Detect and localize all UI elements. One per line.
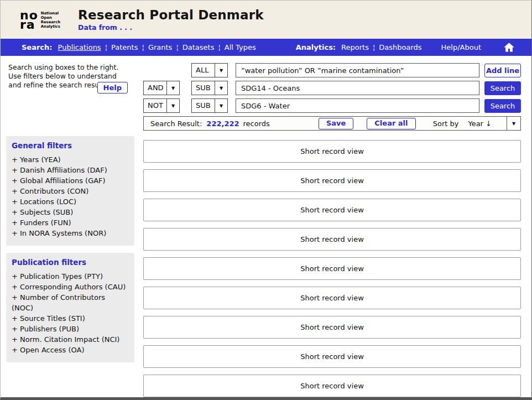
records-label: records <box>243 120 270 128</box>
chevron-down-icon[interactable]: ▼ <box>215 64 227 77</box>
arrow-glyph: ▼ <box>171 103 175 108</box>
record-row[interactable]: Short record view <box>143 169 521 192</box>
record-row[interactable]: Short record view <box>143 257 521 280</box>
field-dropdown-2-value: SUB <box>192 81 215 95</box>
nav-item-publications[interactable]: Publications <box>58 43 101 51</box>
search-query-input-2[interactable] <box>236 81 479 95</box>
clear-all-button[interactable]: Clear all <box>367 118 415 129</box>
search-query-input-1[interactable] <box>236 63 479 77</box>
nav-analytics-label: Analytics: <box>296 43 336 51</box>
search-button[interactable]: Search <box>484 81 521 95</box>
sidebar-intro-wrap: Search using boxes to the right. Use fil… <box>1 63 129 90</box>
nav-item-datasets[interactable]: Datasets <box>182 43 215 51</box>
search-row-3: NOT ▼ SUB ▼ Search <box>143 98 521 113</box>
filter-funders[interactable]: + Funders (FUN) <box>12 217 129 228</box>
filter-years[interactable]: + Years (YEA) <box>12 154 129 165</box>
arrow-glyph: ▼ <box>220 68 223 73</box>
filter-in-nora-systems[interactable]: + In NORA Systems (NOR) <box>12 228 129 238</box>
page-title: Research Portal Denmark <box>78 8 264 22</box>
page: no ra National Open Research Analytics R… <box>0 0 532 400</box>
nav-item-help-about[interactable]: Help/About <box>441 43 481 51</box>
search-result-bar: Search Result: 222,222 records Save Clea… <box>143 116 521 131</box>
nav-item-dashboards[interactable]: Dashboards <box>379 43 421 51</box>
nav-item-patents[interactable]: Patents <box>111 43 138 51</box>
record-row[interactable]: Short record view <box>143 287 521 309</box>
general-filters-title: General filters <box>12 141 129 150</box>
filter-corresponding-authors[interactable]: + Corresponding Authors (CAU) <box>12 282 129 292</box>
filter-publishers[interactable]: + Publishers (PUB) <box>12 324 129 334</box>
nora-logo[interactable]: no ra National Open Research Analytics <box>20 11 60 29</box>
main-area: Search using boxes to the right. Use fil… <box>1 56 531 400</box>
record-row[interactable]: Short record view <box>143 345 521 368</box>
search-row-2: AND ▼ SUB ▼ Search <box>143 81 521 95</box>
nora-logo-letters: no ra <box>20 11 38 29</box>
header: no ra National Open Research Analytics R… <box>1 1 531 39</box>
filter-publication-types[interactable]: + Publication Types (PTY) <box>12 271 129 282</box>
nav-separator: ¦ <box>105 43 107 51</box>
bool-dropdown-2[interactable]: AND ▼ <box>143 81 180 95</box>
nav-separator: ¦ <box>142 43 144 51</box>
add-line-button[interactable]: Add line <box>484 64 521 77</box>
nav-item-all-types[interactable]: All Types <box>225 43 256 51</box>
chevron-down-icon[interactable]: ▼ <box>215 99 227 112</box>
filter-open-access[interactable]: + Open Access (OA) <box>12 345 129 355</box>
record-row[interactable]: Short record view <box>143 140 521 163</box>
filter-contributors[interactable]: + Contributors (CON) <box>12 186 129 196</box>
arrow-glyph: ▼ <box>171 86 175 91</box>
filter-danish-affiliations[interactable]: + Danish Affiliations (DAF) <box>12 165 129 175</box>
content: ALL ▼ Add line AND ▼ SUB ▼ Search <box>134 56 531 400</box>
chevron-down-icon[interactable]: ▼ <box>166 81 179 95</box>
filter-norm-citation-impact[interactable]: + Norm. Citation Impact (NCI) <box>12 334 129 345</box>
search-row-1: ALL ▼ Add line <box>143 63 521 77</box>
nav-search-label: Search: <box>22 43 53 51</box>
record-row[interactable]: Short record view <box>143 375 521 397</box>
record-row[interactable]: Short record view <box>143 199 521 221</box>
sidebar: Search using boxes to the right. Use fil… <box>1 56 134 400</box>
bool-dropdown-2-value: AND <box>144 81 166 95</box>
field-dropdown-3[interactable]: SUB ▼ <box>191 98 228 113</box>
record-row[interactable]: Short record view <box>143 228 521 251</box>
filter-number-of-contributors[interactable]: + Number of Contributors (NOC) <box>12 292 129 313</box>
help-button[interactable]: Help <box>97 82 128 93</box>
publication-filters-box: Publication filters + Publication Types … <box>6 253 134 362</box>
sort-by-label: Sort by <box>433 120 459 128</box>
tagline-word: Open <box>41 15 60 20</box>
search-query-input-3[interactable] <box>236 98 479 113</box>
record-row[interactable]: Short record view <box>143 316 521 339</box>
sort-value[interactable]: Year ↓ <box>468 120 492 128</box>
field-dropdown-1-value: ALL <box>192 64 215 77</box>
tagline-word: Analytics <box>41 24 60 29</box>
nora-logo-tagline: National Open Research Analytics <box>41 11 60 29</box>
field-dropdown-2[interactable]: SUB ▼ <box>191 81 228 95</box>
nav-separator: ¦ <box>373 43 375 51</box>
nav-item-reports[interactable]: Reports <box>341 43 369 51</box>
filter-source-titles[interactable]: + Source Titles (STI) <box>12 313 129 324</box>
title-block: Research Portal Denmark Data from . . . <box>78 8 264 32</box>
field-dropdown-3-value: SUB <box>192 99 215 112</box>
search-button[interactable]: Search <box>484 99 521 113</box>
tagline-word: National <box>41 11 60 15</box>
nav-item-grants[interactable]: Grants <box>148 43 173 51</box>
filter-locations[interactable]: + Locations (LOC) <box>12 196 129 207</box>
home-icon[interactable] <box>503 41 515 53</box>
search-result-count: 222,222 <box>206 120 239 128</box>
data-from-link[interactable]: Data from . . . <box>78 23 264 32</box>
chevron-down-icon[interactable]: ▼ <box>215 81 227 95</box>
publication-filters-title: Publication filters <box>12 258 129 267</box>
filter-subjects[interactable]: + Subjects (SUB) <box>12 207 129 217</box>
save-button[interactable]: Save <box>319 118 353 129</box>
results-list: Short record view Short record view Shor… <box>143 140 521 397</box>
field-dropdown-1[interactable]: ALL ▼ <box>191 63 228 77</box>
general-filters-box: General filters + Years (YEA) + Danish A… <box>6 136 134 246</box>
arrow-glyph: ▼ <box>220 86 223 91</box>
filter-global-affiliations[interactable]: + Global Affiliations (GAF) <box>12 175 129 186</box>
chevron-down-icon[interactable]: ▼ <box>507 117 520 130</box>
bool-dropdown-3[interactable]: NOT ▼ <box>143 98 180 113</box>
nav-separator: ¦ <box>176 43 178 51</box>
search-result-label: Search Result: <box>150 120 202 128</box>
chevron-down-icon[interactable]: ▼ <box>166 99 179 112</box>
nav-separator: ¦ <box>218 43 220 51</box>
arrow-glyph: ▼ <box>512 121 515 126</box>
bool-dropdown-3-value: NOT <box>144 99 166 112</box>
main-nav: Search: Publications ¦ Patents ¦ Grants … <box>1 39 531 56</box>
